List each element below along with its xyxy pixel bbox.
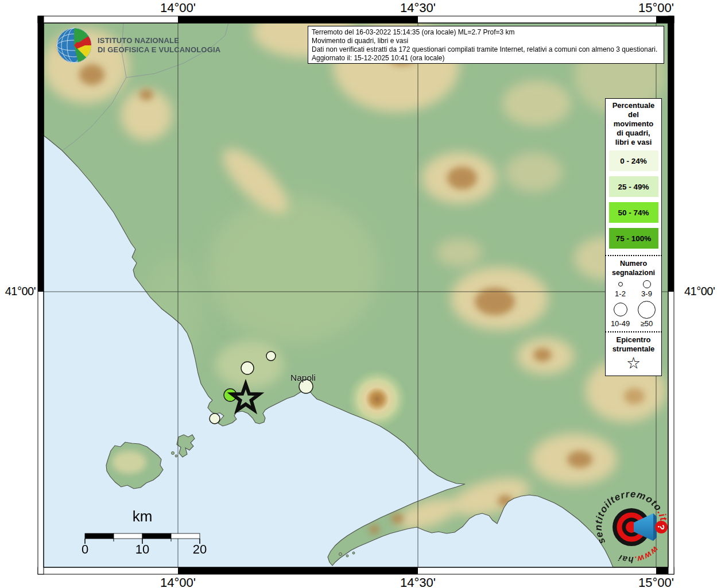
count-label-1-2: 1-2	[615, 289, 626, 298]
question-mark: ?	[656, 524, 666, 530]
scale-tick-20: 20	[192, 542, 208, 557]
axis-label-bottom-15-00: 15°00'	[622, 575, 691, 588]
legend-separator-2	[605, 331, 662, 332]
event-updated-line: Aggiornato il: 15-12-2025 10:41 (ora loc…	[312, 54, 660, 63]
event-info-box: Terremoto del 16-03-2022 15:14:35 (ora l…	[308, 26, 664, 64]
felt-report-marker	[210, 413, 220, 424]
ingv-name-line1: ISTITUTO NAZIONALE	[98, 36, 220, 45]
count-circle-50plus-icon	[638, 301, 656, 319]
svg-text:www.hai: www.hai	[617, 545, 660, 565]
scale-tick-0: 0	[78, 542, 92, 557]
count-label-3-9: 3-9	[641, 289, 652, 298]
legend-count-class-1: 1-2	[608, 280, 633, 298]
axis-label-right-41-00: 41°00'	[684, 285, 721, 298]
haisentito-watermark-logo: sentitoilterremoto.it www.hai ?	[590, 487, 676, 573]
legend-count-class-3: 10-49	[608, 300, 633, 328]
felt-report-marker	[241, 362, 254, 374]
legend-percent-classes: 0 - 24% 25 - 49% 50 - 74% 75 - 100%	[606, 150, 661, 254]
city-label-napoli: Napoli	[290, 373, 316, 383]
legend-count-classes: 1-2 3-9 10-49 ≥50	[607, 277, 660, 328]
count-circle-10-49-icon	[614, 303, 627, 316]
event-summary-line: Terremoto del 16-03-2022 15:14:35 (ora l…	[312, 28, 660, 37]
ingv-globe-icon	[56, 28, 92, 63]
ingv-logo: ISTITUTO NAZIONALE DI GEOFISICA E VULCAN…	[56, 26, 246, 64]
legend-count-class-2: 3-9	[634, 280, 660, 298]
axis-label-bottom-14-00: 14°00'	[144, 575, 212, 588]
legend-count-class-4: ≥50	[634, 300, 660, 328]
legend-swatch-0: 0 - 24%	[609, 150, 658, 171]
axis-label-bottom-14-30: 14°30'	[383, 575, 452, 588]
legend-epicenter-title: Epicentro strumentale	[613, 335, 655, 354]
legend-separator-1	[605, 255, 662, 256]
legend-swatch-0-label: 0 - 24%	[620, 157, 647, 165]
event-disclaimer-line: Dati non verificati estratti da 172 ques…	[312, 45, 660, 54]
legend-percent-title: Percentuale del movimento di quadri, lib…	[613, 101, 655, 147]
legend-swatch-2-label: 50 - 74%	[618, 208, 649, 217]
axis-label-left-41-00: 41°00'	[0, 285, 36, 298]
legend-swatch-3-label: 75 - 100%	[616, 234, 652, 243]
scale-unit-label: km	[125, 508, 160, 525]
legend-swatch-1-label: 25 - 49%	[618, 183, 649, 191]
haisentito-map-page: { "header": { "ingv": { "line1": "ISTITU…	[0, 0, 721, 588]
axis-label-top-15-00: 15°00'	[622, 1, 691, 16]
legend-swatch-3: 75 - 100%	[609, 228, 658, 249]
axis-label-top-14-30: 14°30'	[383, 1, 452, 16]
count-label-10-49: 10-49	[611, 319, 630, 328]
scale-tick-10: 10	[134, 542, 150, 557]
count-label-50plus: ≥50	[641, 319, 653, 328]
axis-label-top-14-00: 14°00'	[144, 1, 212, 16]
watermark-hai: hai	[617, 553, 633, 565]
event-effects-line: Movimento di quadri, libri e vasi	[312, 37, 660, 45]
legend-count-title: Numero segnalazioni	[612, 259, 655, 277]
legend-panel: Percentuale del movimento di quadri, lib…	[605, 98, 662, 376]
legend-swatch-1: 25 - 49%	[609, 176, 658, 197]
epicenter-star-icon: ☆	[626, 355, 641, 372]
watermark-www: www.	[633, 545, 660, 565]
legend-swatch-2: 50 - 74%	[609, 202, 658, 223]
felt-report-marker	[266, 351, 276, 361]
count-circle-1-2-icon	[618, 282, 623, 287]
ingv-name-line2: DI GEOFISICA E VULCANOLOGIA	[98, 45, 220, 55]
count-circle-3-9-icon	[643, 280, 651, 288]
